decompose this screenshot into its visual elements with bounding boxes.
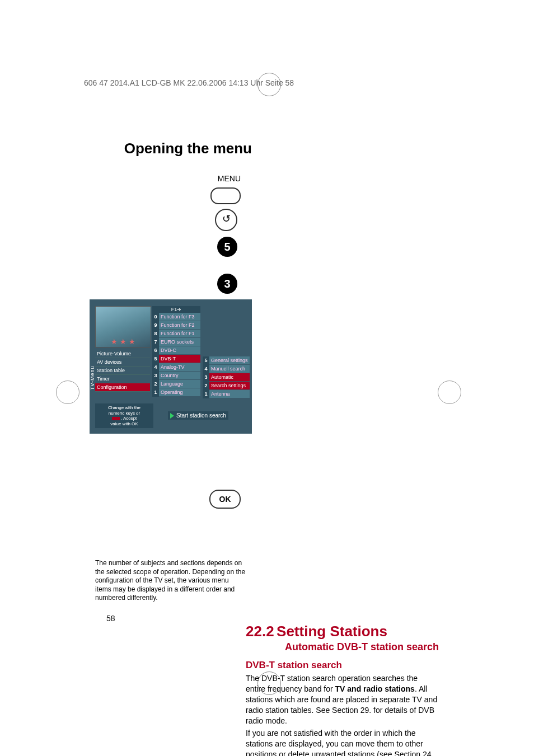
tv-left-nav: Picture-Volume AV devices Station table … <box>95 350 150 392</box>
numeric-5-icon: 5 <box>217 237 237 257</box>
registration-mark-right <box>438 381 461 404</box>
tv-stars: ★ ★ ★ <box>96 337 151 346</box>
tv-submenu-col2: F1➔ 0Function for F3 9Function for F2 8F… <box>152 306 200 397</box>
menu-button[interactable] <box>210 187 241 204</box>
registration-mark-left <box>56 381 79 404</box>
footnote: The number of subjects and sections depe… <box>95 559 246 603</box>
red-return-button[interactable]: ↺ <box>215 209 237 231</box>
para-reorder: If you are not satisfied with the order … <box>246 728 439 756</box>
tv-start-search: Start stadion search <box>168 411 228 420</box>
tv-left-item: AV devices <box>95 358 150 367</box>
section-heading: 22.2 Setting Stations <box>246 623 439 640</box>
page-number: 58 <box>106 614 252 623</box>
crop-mark-top <box>257 73 281 96</box>
tv-left-item-selected: Configuration <box>95 383 150 392</box>
opening-menu-heading: Opening the menu <box>95 140 252 157</box>
tv-left-item: Picture-Volume <box>95 350 150 358</box>
numeric-3-icon: 3 <box>217 274 237 294</box>
tv-submenu-col3: 5General settings 4Manuell search 3Autom… <box>203 356 250 398</box>
tv-preview-thumb: ★ ★ ★ <box>95 306 151 348</box>
tv-hint-box: Change with the numeric keys or . Accept… <box>95 403 153 428</box>
tv-col2-header: F1➔ <box>152 306 200 313</box>
para-intro: The DVB-T station search operation searc… <box>246 673 439 726</box>
tv-menu-screenshot: ★ ★ ★ TV-Menu Picture-Volume AV devices … <box>90 299 252 434</box>
ok-button[interactable]: OK <box>209 490 241 509</box>
menu-key-label: MENU <box>95 174 241 183</box>
tv-left-item: Station table <box>95 367 150 375</box>
dvbt-search-heading: DVB-T station search <box>246 660 439 671</box>
section-subheading: Automatic DVB-T station search <box>246 641 439 653</box>
tv-left-item: Timer <box>95 375 150 383</box>
tv-menu-vertical-label: TV-Menu <box>90 353 95 403</box>
